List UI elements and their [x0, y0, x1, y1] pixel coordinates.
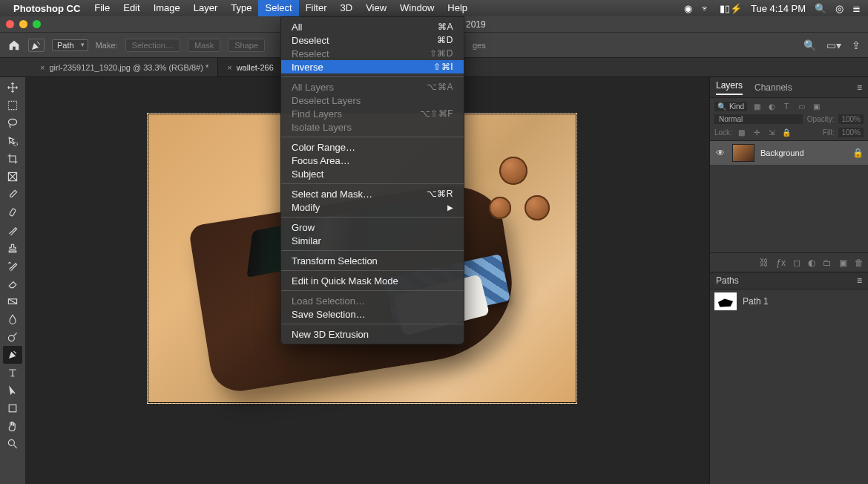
notification-center-icon[interactable]: ≣ [852, 3, 861, 14]
fill-value[interactable]: 100% [838, 128, 864, 137]
menu-select-and-mask[interactable]: Select and Mask…⌥⌘R [281, 187, 464, 200]
group-icon[interactable]: 🗀 [823, 258, 832, 268]
menu-new-3d-extrusion[interactable]: New 3D Extrusion [281, 327, 464, 341]
link-layers-icon[interactable]: ⛓ [760, 258, 769, 268]
filter-pixel-icon[interactable]: ▦ [752, 101, 762, 111]
menu-deselect[interactable]: Deselect⌘D [281, 33, 464, 47]
menu-grow[interactable]: Grow [281, 220, 464, 234]
lock-pixels-icon[interactable]: ▩ [737, 127, 747, 137]
lock-position-icon[interactable]: ✛ [752, 127, 762, 137]
filter-adjust-icon[interactable]: ◐ [766, 101, 777, 111]
frame-tool-icon[interactable] [3, 168, 22, 186]
lock-all-icon[interactable]: 🔒 [781, 127, 792, 137]
workspace-switcher-icon[interactable]: ▭▾ [826, 39, 841, 51]
eyedropper-tool-icon[interactable] [3, 186, 22, 203]
clock[interactable]: Tue 4:14 PM [751, 3, 806, 14]
menu-isolate-layers[interactable]: Isolate Layers [281, 120, 464, 134]
layer-filter-kind[interactable]: 🔍Kind [714, 102, 747, 111]
path-thumbnail[interactable] [714, 292, 737, 310]
zoom-tool-icon[interactable] [3, 435, 22, 453]
layer-name[interactable]: Background [760, 148, 846, 157]
layers-tab[interactable]: Layers [716, 80, 743, 95]
opacity-value[interactable]: 100% [838, 114, 864, 124]
brush-tool-icon[interactable] [3, 221, 22, 239]
menu-select[interactable]: Select [258, 0, 298, 16]
doc-tab-2[interactable]: × wallet-266 [218, 58, 283, 76]
menu-focus-area[interactable]: Focus Area… [281, 154, 464, 167]
menu-3d[interactable]: 3D [334, 0, 360, 16]
eraser-tool-icon[interactable] [3, 275, 22, 292]
menu-reselect[interactable]: Reselect⇧⌘D [281, 47, 464, 60]
window-zoom-icon[interactable] [33, 20, 41, 28]
close-tab-icon[interactable]: × [40, 63, 45, 72]
menu-modify[interactable]: Modify▶ [281, 200, 464, 214]
wifi-icon[interactable]: ᯤ [701, 3, 711, 14]
delete-layer-icon[interactable]: 🗑 [855, 258, 864, 268]
app-name[interactable]: Photoshop CC [13, 3, 80, 14]
heal-tool-icon[interactable] [3, 203, 22, 221]
blur-tool-icon[interactable] [3, 310, 22, 328]
lock-icon[interactable]: 🔒 [852, 148, 864, 158]
menu-type[interactable]: Type [224, 0, 258, 16]
layer-thumbnail[interactable] [732, 144, 754, 162]
move-tool-icon[interactable] [3, 79, 22, 97]
make-shape-button[interactable]: Shape [228, 39, 265, 52]
doc-tab-1[interactable]: × girl-2359121_1920.jpg @ 33.3% (RGB/8#)… [31, 58, 218, 76]
adjustment-icon[interactable]: ◐ [808, 258, 815, 268]
spotlight-icon[interactable]: 🔍 [815, 3, 826, 14]
visibility-toggle-icon[interactable]: 👁 [714, 148, 726, 158]
path-mode-select[interactable]: Path [52, 39, 88, 51]
menu-inverse[interactable]: Inverse⇧⌘I [281, 60, 464, 73]
menu-color-range[interactable]: Color Range… [281, 140, 464, 154]
menu-filter[interactable]: Filter [299, 0, 334, 16]
layer-row[interactable]: 👁 Background 🔒 [710, 141, 868, 165]
panel-menu-icon[interactable]: ≡ [857, 82, 862, 93]
shape-tool-icon[interactable] [3, 399, 22, 417]
make-mask-button[interactable]: Mask [188, 39, 220, 52]
type-tool-icon[interactable] [3, 364, 22, 382]
cc-status-icon[interactable]: ◉ [684, 3, 692, 14]
menu-subject[interactable]: Subject [281, 167, 464, 180]
crop-tool-icon[interactable] [3, 150, 22, 168]
menu-file[interactable]: File [88, 0, 116, 16]
menu-transform-selection[interactable]: Transform Selection [281, 254, 464, 267]
marquee-tool-icon[interactable] [3, 97, 22, 114]
menu-view[interactable]: View [359, 0, 393, 16]
filter-smart-icon[interactable]: ▣ [811, 101, 821, 111]
menu-edit[interactable]: Edit [116, 0, 146, 16]
menu-image[interactable]: Image [147, 0, 187, 16]
menu-quick-mask[interactable]: Edit in Quick Mask Mode [281, 274, 464, 287]
battery-icon[interactable]: ▮▯⚡ [720, 3, 742, 14]
window-close-icon[interactable] [6, 20, 14, 28]
fx-icon[interactable]: ƒx [776, 258, 786, 268]
menu-layer[interactable]: Layer [187, 0, 225, 16]
menu-window[interactable]: Window [393, 0, 441, 16]
search-docs-icon[interactable]: 🔍 [803, 39, 816, 51]
path-row[interactable]: Path 1 [710, 290, 868, 313]
pen-tool-icon[interactable] [3, 346, 22, 364]
stamp-tool-icon[interactable] [3, 239, 22, 257]
lasso-tool-icon[interactable] [3, 114, 22, 132]
menu-load-selection[interactable]: Load Selection… [281, 294, 464, 307]
channels-tab[interactable]: Channels [754, 82, 792, 93]
menu-deselect-layers[interactable]: Deselect Layers [281, 94, 464, 107]
menu-find-layers[interactable]: Find Layers⌥⇧⌘F [281, 107, 464, 120]
blend-mode-select[interactable]: Normal [714, 114, 803, 124]
quick-select-tool-icon[interactable] [3, 132, 22, 150]
history-brush-tool-icon[interactable] [3, 257, 22, 275]
menu-similar[interactable]: Similar [281, 234, 464, 247]
new-layer-icon[interactable]: ▣ [839, 258, 847, 268]
path-name[interactable]: Path 1 [743, 296, 769, 307]
gradient-tool-icon[interactable] [3, 292, 22, 310]
panel-menu-icon[interactable]: ≡ [857, 275, 862, 286]
menu-help[interactable]: Help [441, 0, 474, 16]
window-minimize-icon[interactable] [19, 20, 27, 28]
mask-icon[interactable]: ◻ [793, 258, 800, 268]
dodge-tool-icon[interactable] [3, 328, 22, 346]
path-select-tool-icon[interactable] [3, 382, 22, 399]
siri-icon[interactable]: ◎ [835, 3, 844, 14]
filter-shape-icon[interactable]: ▭ [796, 101, 806, 111]
home-icon[interactable] [7, 39, 21, 52]
filter-type-icon[interactable]: T [781, 101, 792, 111]
lock-artboard-icon[interactable]: ⇲ [766, 127, 777, 137]
